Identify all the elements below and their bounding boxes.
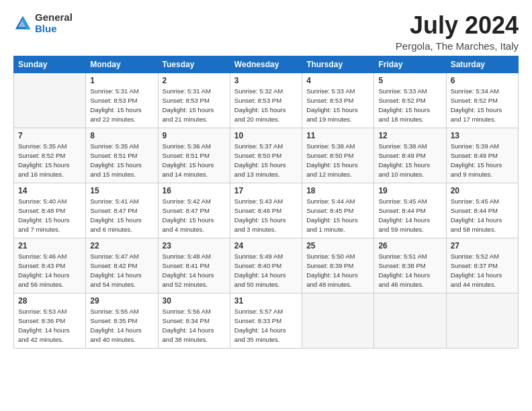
calendar-cell [302,293,374,348]
calendar-week-1: 7Sunrise: 5:35 AM Sunset: 8:52 PM Daylig… [14,128,519,183]
day-info: Sunrise: 5:51 AM Sunset: 8:38 PM Dayligh… [378,252,441,290]
day-info: Sunrise: 5:57 AM Sunset: 8:33 PM Dayligh… [234,307,298,345]
day-info: Sunrise: 5:45 AM Sunset: 8:44 PM Dayligh… [451,197,514,235]
header: General Blue July 2024 Pergola, The Marc… [13,12,519,52]
day-info: Sunrise: 5:35 AM Sunset: 8:52 PM Dayligh… [18,142,81,180]
calendar-cell: 24Sunrise: 5:49 AM Sunset: 8:40 PM Dayli… [230,238,302,293]
day-info: Sunrise: 5:47 AM Sunset: 8:42 PM Dayligh… [90,252,153,290]
day-number: 23 [163,241,226,250]
calendar-cell: 26Sunrise: 5:51 AM Sunset: 8:38 PM Dayli… [374,238,446,293]
calendar-cell: 23Sunrise: 5:48 AM Sunset: 8:41 PM Dayli… [158,238,230,293]
header-row: Sunday Monday Tuesday Wednesday Thursday… [14,56,519,73]
day-number: 5 [378,76,441,85]
calendar-cell: 29Sunrise: 5:55 AM Sunset: 8:35 PM Dayli… [86,293,158,348]
location-title: Pergola, The Marches, Italy [396,40,519,52]
day-info: Sunrise: 5:32 AM Sunset: 8:53 PM Dayligh… [234,87,298,125]
calendar-cell: 15Sunrise: 5:41 AM Sunset: 8:47 PM Dayli… [86,183,158,238]
col-friday: Friday [374,56,446,73]
day-info: Sunrise: 5:31 AM Sunset: 8:53 PM Dayligh… [90,87,153,125]
calendar-cell: 20Sunrise: 5:45 AM Sunset: 8:44 PM Dayli… [446,183,518,238]
day-number: 29 [90,296,153,306]
day-number: 20 [451,186,514,195]
day-info: Sunrise: 5:43 AM Sunset: 8:46 PM Dayligh… [234,197,298,235]
day-info: Sunrise: 5:33 AM Sunset: 8:52 PM Dayligh… [378,87,441,125]
day-info: Sunrise: 5:50 AM Sunset: 8:39 PM Dayligh… [306,252,369,290]
calendar-cell: 31Sunrise: 5:57 AM Sunset: 8:33 PM Dayli… [230,293,302,348]
day-number: 17 [234,186,298,195]
calendar-cell: 21Sunrise: 5:46 AM Sunset: 8:43 PM Dayli… [14,238,86,293]
calendar-week-2: 14Sunrise: 5:40 AM Sunset: 8:48 PM Dayli… [14,183,519,238]
logo-icon [13,14,32,33]
day-info: Sunrise: 5:48 AM Sunset: 8:41 PM Dayligh… [163,252,226,290]
calendar-cell: 9Sunrise: 5:36 AM Sunset: 8:51 PM Daylig… [158,128,230,183]
day-info: Sunrise: 5:49 AM Sunset: 8:40 PM Dayligh… [234,252,298,290]
day-number: 24 [234,241,298,250]
day-info: Sunrise: 5:31 AM Sunset: 8:53 PM Dayligh… [163,87,226,125]
calendar-cell: 6Sunrise: 5:34 AM Sunset: 8:52 PM Daylig… [446,73,518,128]
day-number: 1 [90,76,153,85]
calendar-table: Sunday Monday Tuesday Wednesday Thursday… [13,56,519,349]
calendar-cell: 19Sunrise: 5:45 AM Sunset: 8:44 PM Dayli… [374,183,446,238]
calendar-cell: 30Sunrise: 5:56 AM Sunset: 8:34 PM Dayli… [158,293,230,348]
calendar-cell: 7Sunrise: 5:35 AM Sunset: 8:52 PM Daylig… [14,128,86,183]
day-info: Sunrise: 5:40 AM Sunset: 8:48 PM Dayligh… [18,197,81,235]
day-number: 4 [306,76,369,85]
calendar-cell: 5Sunrise: 5:33 AM Sunset: 8:52 PM Daylig… [374,73,446,128]
day-number: 6 [451,76,514,85]
page: General Blue July 2024 Pergola, The Marc… [0,0,532,355]
col-saturday: Saturday [446,56,518,73]
col-sunday: Sunday [14,56,86,73]
day-number: 19 [378,186,441,195]
day-info: Sunrise: 5:38 AM Sunset: 8:50 PM Dayligh… [306,142,369,180]
day-number: 9 [163,131,226,140]
day-info: Sunrise: 5:37 AM Sunset: 8:50 PM Dayligh… [234,142,298,180]
day-info: Sunrise: 5:53 AM Sunset: 8:36 PM Dayligh… [18,307,81,345]
day-number: 30 [163,296,226,306]
calendar-cell: 18Sunrise: 5:44 AM Sunset: 8:45 PM Dayli… [302,183,374,238]
day-info: Sunrise: 5:38 AM Sunset: 8:49 PM Dayligh… [378,142,441,180]
day-info: Sunrise: 5:52 AM Sunset: 8:37 PM Dayligh… [451,252,514,290]
logo-blue: Blue [35,24,73,35]
day-number: 18 [306,186,369,195]
calendar-cell [374,293,446,348]
day-number: 16 [163,186,226,195]
day-info: Sunrise: 5:45 AM Sunset: 8:44 PM Dayligh… [378,197,441,235]
day-info: Sunrise: 5:55 AM Sunset: 8:35 PM Dayligh… [90,307,153,345]
calendar-week-0: 1Sunrise: 5:31 AM Sunset: 8:53 PM Daylig… [14,73,519,128]
calendar-cell: 16Sunrise: 5:42 AM Sunset: 8:47 PM Dayli… [158,183,230,238]
day-number: 15 [90,186,153,195]
day-number: 25 [306,241,369,250]
col-wednesday: Wednesday [230,56,302,73]
day-number: 27 [451,241,514,250]
calendar-cell: 25Sunrise: 5:50 AM Sunset: 8:39 PM Dayli… [302,238,374,293]
day-info: Sunrise: 5:56 AM Sunset: 8:34 PM Dayligh… [163,307,226,345]
day-number: 7 [18,131,81,140]
day-number: 10 [234,131,298,140]
calendar-week-3: 21Sunrise: 5:46 AM Sunset: 8:43 PM Dayli… [14,238,519,293]
calendar-cell: 2Sunrise: 5:31 AM Sunset: 8:53 PM Daylig… [158,73,230,128]
calendar-cell: 4Sunrise: 5:33 AM Sunset: 8:53 PM Daylig… [302,73,374,128]
day-number: 31 [234,296,298,306]
col-thursday: Thursday [302,56,374,73]
day-info: Sunrise: 5:46 AM Sunset: 8:43 PM Dayligh… [18,252,81,290]
calendar-cell [446,293,518,348]
day-info: Sunrise: 5:33 AM Sunset: 8:53 PM Dayligh… [306,87,369,125]
day-number: 21 [18,241,81,250]
day-info: Sunrise: 5:42 AM Sunset: 8:47 PM Dayligh… [163,197,226,235]
logo-general: General [35,12,73,24]
day-info: Sunrise: 5:36 AM Sunset: 8:51 PM Dayligh… [163,142,226,180]
day-number: 3 [234,76,298,85]
calendar-cell: 27Sunrise: 5:52 AM Sunset: 8:37 PM Dayli… [446,238,518,293]
calendar-cell: 17Sunrise: 5:43 AM Sunset: 8:46 PM Dayli… [230,183,302,238]
day-info: Sunrise: 5:34 AM Sunset: 8:52 PM Dayligh… [451,87,514,125]
day-info: Sunrise: 5:39 AM Sunset: 8:49 PM Dayligh… [451,142,514,180]
day-number: 8 [90,131,153,140]
calendar-cell: 1Sunrise: 5:31 AM Sunset: 8:53 PM Daylig… [86,73,158,128]
day-number: 28 [18,296,81,306]
logo: General Blue [13,12,73,34]
day-number: 13 [451,131,514,140]
calendar-cell: 28Sunrise: 5:53 AM Sunset: 8:36 PM Dayli… [14,293,86,348]
calendar-cell: 3Sunrise: 5:32 AM Sunset: 8:53 PM Daylig… [230,73,302,128]
calendar-cell: 12Sunrise: 5:38 AM Sunset: 8:49 PM Dayli… [374,128,446,183]
calendar-week-4: 28Sunrise: 5:53 AM Sunset: 8:36 PM Dayli… [14,293,519,348]
